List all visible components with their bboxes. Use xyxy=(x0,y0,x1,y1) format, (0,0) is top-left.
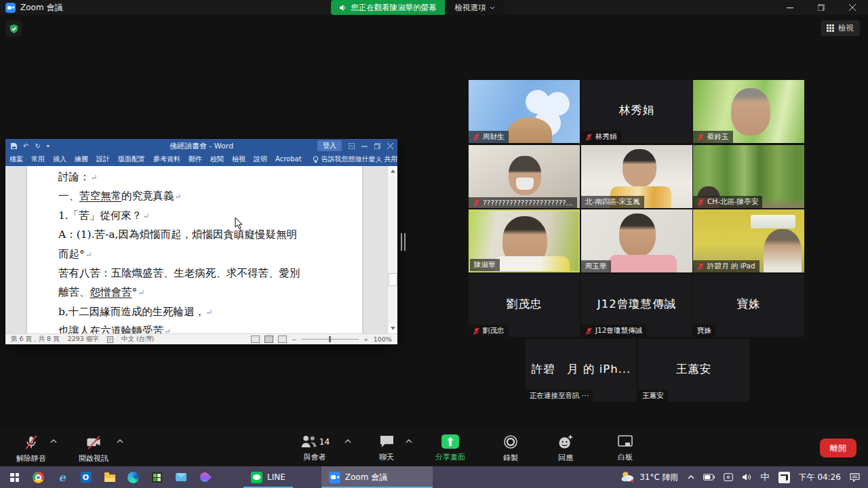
ribbon-tab-7[interactable]: 參考資料 xyxy=(149,152,184,166)
clock[interactable]: 下午 04:26 xyxy=(799,472,841,483)
ribbon-tab-9[interactable]: 校閱 xyxy=(206,152,228,166)
web-layout-icon[interactable] xyxy=(278,336,287,343)
ribbon-tab-4[interactable]: 繪圖 xyxy=(71,152,92,166)
ribbon-tab-8[interactable]: 郵件 xyxy=(184,152,206,166)
participant-tile-5[interactable]: 北-南四區-宋玉鳳 xyxy=(581,145,692,208)
record-button[interactable]: 錄製 xyxy=(494,434,528,463)
file-explorer-icon xyxy=(104,474,115,482)
print-layout-icon[interactable] xyxy=(264,336,273,343)
tell-me-box[interactable]: 告訴我您想做什麼 xyxy=(313,155,376,164)
scroll-up-button[interactable] xyxy=(388,166,397,176)
word-document-area[interactable]: 討論：↵一、苦空無常的究竟真義↵1.「苦」從何來？↵A：(1).苦-a,因為煩惱… xyxy=(5,166,397,333)
taskbar-media-app[interactable] xyxy=(145,466,169,488)
ribbon-tab-1[interactable]: 檔案 xyxy=(5,152,27,166)
word-vertical-scrollbar[interactable] xyxy=(387,166,397,333)
gallery-view-button[interactable]: 檢視 xyxy=(821,20,860,36)
ribbon-tab-3[interactable]: 插入 xyxy=(49,152,71,166)
zoom-slider[interactable] xyxy=(302,339,359,340)
mic-options-chevron[interactable] xyxy=(50,439,57,443)
leave-meeting-button[interactable]: 離開 xyxy=(820,439,856,458)
scroll-down-button[interactable] xyxy=(388,323,397,333)
taskbar-file-explorer[interactable] xyxy=(98,466,121,488)
ribbon-tab-2[interactable]: 常用 xyxy=(27,152,49,166)
participant-tile-4[interactable]: ??????????????????????... xyxy=(469,145,580,208)
share-screen-button[interactable]: 分享畫面 xyxy=(426,434,475,462)
zoom-slider-thumb[interactable] xyxy=(329,336,331,342)
video-options-chevron[interactable] xyxy=(117,439,123,443)
participant-label-text: 陳淑華 xyxy=(474,260,496,270)
maximize-button[interactable] xyxy=(806,0,837,15)
word-close-icon[interactable] xyxy=(387,143,393,149)
ribbon-tab-11[interactable]: 說明 xyxy=(250,152,271,166)
participant-tile-10[interactable]: 劉茂忠劉茂忠 xyxy=(469,274,580,337)
chat-button[interactable]: 聊天 xyxy=(370,434,403,462)
word-signin-button[interactable]: 登入 xyxy=(317,140,342,151)
save-icon[interactable] xyxy=(11,143,17,149)
weather-icon xyxy=(620,471,635,483)
participant-tile-14[interactable]: 王蕙安王蕙安 xyxy=(638,339,749,402)
undo-icon[interactable]: ↶ xyxy=(23,142,28,150)
taskbar-edge[interactable] xyxy=(121,466,145,488)
ribbon-tab-10[interactable]: 檢視 xyxy=(228,152,250,166)
battery-icon[interactable] xyxy=(703,474,715,481)
ribbon-tab-12[interactable]: Acrobat xyxy=(271,152,306,166)
participant-tile-8[interactable]: 周玉華 xyxy=(581,209,692,272)
word-page: 討論：↵一、苦空無常的究竟真義↵1.「苦」從何來？↵A：(1).苦-a,因為煩惱… xyxy=(27,166,362,333)
whiteboard-button[interactable]: 白板 xyxy=(608,434,643,462)
close-button[interactable] xyxy=(837,0,868,15)
language-indicator[interactable]: 中文 (台灣) xyxy=(121,335,154,344)
start-button[interactable] xyxy=(3,466,26,488)
ribbon-tab-5[interactable]: 設計 xyxy=(92,152,114,166)
tray-expand-chevron[interactable] xyxy=(688,475,694,479)
word-count[interactable]: 2293 個字 xyxy=(68,335,99,344)
participant-tile-11[interactable]: J12曾瓊慧傳誠J12曾瓊慧傳誠 xyxy=(581,274,692,337)
security-shield-button[interactable] xyxy=(5,20,22,37)
taskbar-paint3d[interactable] xyxy=(193,466,216,488)
weather-widget[interactable]: 31°C 陣雨 xyxy=(620,471,678,483)
taskbar-zoom-app[interactable]: Zoom 會議 xyxy=(321,466,433,488)
unmute-button[interactable]: 解除靜音 xyxy=(9,434,53,464)
chat-chevron[interactable] xyxy=(406,439,412,443)
redo-icon[interactable]: ↻ xyxy=(35,142,40,150)
view-options-dropdown[interactable]: 檢視選項 xyxy=(445,0,505,15)
proofing-icon[interactable] xyxy=(107,336,113,343)
taskbar-chrome[interactable] xyxy=(26,466,50,488)
panel-resize-handle[interactable] xyxy=(401,233,406,251)
taskbar-internet-explorer[interactable]: e xyxy=(50,466,74,488)
participant-tile-12[interactable]: 寶姝寶姝 xyxy=(693,274,804,337)
cast-screen-icon[interactable] xyxy=(724,473,733,481)
notification-center-icon[interactable] xyxy=(850,473,860,482)
muted-mic-icon xyxy=(585,134,593,141)
participant-tile-13[interactable]: 許碧 月 的 iPh...正在連接至音訊 ⋯ xyxy=(526,339,637,402)
start-video-button[interactable]: 開啟視訊 xyxy=(72,434,115,464)
taskbar-outlook[interactable]: O xyxy=(74,466,98,488)
zoom-percentage[interactable]: 100% xyxy=(374,336,392,343)
participants-button[interactable]: 14 與會者 xyxy=(290,434,339,462)
participants-chevron[interactable] xyxy=(344,439,351,443)
word-share-button[interactable]: 共用 xyxy=(376,155,398,164)
participant-tile-6[interactable]: CH-北區-陳亭安 xyxy=(693,145,804,208)
participant-tile-7[interactable]: 陳淑華 xyxy=(469,209,580,272)
ribbon-display-options-icon[interactable] xyxy=(349,143,355,149)
taskbar-mail[interactable] xyxy=(169,466,193,488)
participant-tile-2[interactable]: 林秀娟林秀娟 xyxy=(581,80,692,143)
ribbon-tab-6[interactable]: 版面配置 xyxy=(114,152,149,166)
bopomofo-ime-icon[interactable] xyxy=(778,472,790,483)
word-minimize-icon[interactable] xyxy=(361,143,368,149)
read-mode-icon[interactable] xyxy=(251,336,260,343)
word-restore-icon[interactable] xyxy=(374,143,380,149)
page-indicator[interactable]: 第 6 頁，共 8 頁 xyxy=(11,335,60,344)
status-bar-right: − + 100% xyxy=(251,336,392,343)
reactions-button[interactable]: 回應 xyxy=(547,434,585,463)
minimize-button[interactable] xyxy=(774,0,806,15)
taskbar-line-app[interactable]: LINE xyxy=(243,466,293,488)
zoom-out-button[interactable]: − xyxy=(292,336,297,343)
participant-tile-9[interactable]: 許碧月 的 iPad xyxy=(693,209,804,272)
volume-icon[interactable] xyxy=(742,473,752,481)
scrollbar-thumb[interactable] xyxy=(389,273,397,286)
participant-tile-1[interactable]: 周財生 xyxy=(469,80,580,143)
participant-tile-3[interactable]: 蔡鈴玉 xyxy=(693,80,804,143)
zoom-in-button[interactable]: + xyxy=(363,336,369,343)
ime-mode-indicator[interactable]: 中 xyxy=(761,471,770,483)
qat-more-icon[interactable]: ▾ xyxy=(47,143,50,149)
